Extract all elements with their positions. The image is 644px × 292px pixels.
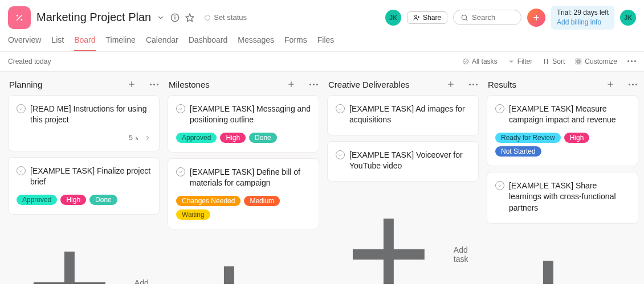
task-card[interactable]: [EXAMPLE TASK] Messaging and positioning… (168, 95, 319, 153)
chevron-down-icon[interactable] (157, 14, 165, 22)
share-button[interactable]: Share (407, 11, 447, 24)
add-card-icon[interactable] (446, 80, 455, 89)
customize-button[interactable]: Customize (575, 57, 617, 65)
tab-messages[interactable]: Messages (238, 35, 274, 51)
status-dot-icon (205, 15, 210, 20)
more-icon[interactable] (629, 84, 637, 85)
avatar[interactable]: JK (620, 10, 636, 26)
more-icon[interactable] (309, 84, 318, 85)
filter-button[interactable]: Filter (508, 57, 533, 65)
task-card[interactable]: [EXAMPLE TASK] Define bill of materials … (168, 158, 319, 229)
task-title: [READ ME] Instructions for using this pr… (30, 104, 151, 126)
sort-button[interactable]: Sort (543, 57, 565, 65)
task-card[interactable]: [EXAMPLE TASK] Ad images for acquisition… (327, 95, 479, 135)
status-label: Set status (214, 13, 247, 22)
complete-toggle[interactable] (17, 104, 26, 113)
add-card-icon[interactable] (127, 80, 136, 89)
tag: Approved (176, 133, 217, 143)
svg-rect-20 (579, 62, 581, 64)
tag: High (220, 133, 246, 143)
svg-point-9 (462, 15, 466, 19)
complete-toggle[interactable] (336, 150, 345, 159)
tab-overview[interactable]: Overview (8, 35, 41, 51)
add-task-button[interactable]: Add task (327, 187, 479, 284)
board-column: Results[EXAMPLE TASK] Measure campaign i… (487, 80, 638, 276)
task-card[interactable]: [EXAMPLE TASK] Voiceover for YouTube vid… (327, 141, 479, 182)
trial-line1: Trial: 29 days left (557, 8, 609, 18)
task-card[interactable]: [READ ME] Instructions for using this pr… (8, 95, 160, 151)
complete-toggle[interactable] (17, 166, 26, 175)
task-title: [EXAMPLE TASK] Define bill of materials … (190, 167, 311, 189)
svg-rect-18 (579, 59, 581, 61)
task-title: [EXAMPLE TASK] Share learnings with cros… (509, 180, 630, 214)
complete-toggle[interactable] (176, 167, 185, 176)
sort-label: Sort (552, 57, 565, 65)
tag: High (564, 133, 590, 143)
tab-dashboard[interactable]: Dashboard (189, 35, 228, 51)
more-icon[interactable] (627, 60, 636, 62)
tag: Ready for Review (495, 133, 561, 143)
project-icon[interactable] (8, 6, 31, 29)
task-card[interactable]: [EXAMPLE TASK] Measure campaign impact a… (487, 95, 638, 166)
project-tabs: OverviewListBoardTimelineCalendarDashboa… (0, 32, 644, 52)
avatar[interactable]: JK (385, 10, 401, 26)
search-input[interactable]: Search (453, 10, 521, 25)
create-button[interactable] (527, 9, 545, 27)
column-title[interactable]: Milestones (169, 80, 283, 89)
share-label: Share (423, 14, 441, 22)
tag: Waiting (176, 209, 210, 220)
tab-timeline[interactable]: Timeline (106, 35, 136, 51)
tag: Not Started (495, 146, 541, 157)
customize-label: Customize (585, 57, 617, 65)
trial-banner: Trial: 29 days left Add billing info (551, 6, 614, 30)
add-task-button[interactable]: Add task (487, 229, 638, 284)
all-tasks-button[interactable]: All tasks (462, 57, 498, 65)
task-title: [EXAMPLE TASK] Finalize project brief (30, 166, 151, 188)
complete-toggle[interactable] (176, 104, 185, 113)
project-title[interactable]: Marketing Project Plan (36, 11, 151, 24)
tag: Done (249, 133, 277, 143)
tab-board[interactable]: Board (74, 35, 95, 51)
set-status-button[interactable]: Set status (200, 11, 251, 23)
tab-files[interactable]: Files (317, 35, 335, 51)
tag: High (60, 195, 86, 205)
column-title[interactable]: Planning (9, 80, 124, 89)
tab-forms[interactable]: Forms (284, 35, 307, 51)
task-title: [EXAMPLE TASK] Voiceover for YouTube vid… (349, 150, 470, 172)
task-title: [EXAMPLE TASK] Ad images for acquisition… (349, 104, 470, 126)
more-icon[interactable] (469, 84, 478, 85)
info-icon[interactable] (170, 13, 180, 22)
column-title[interactable]: Results (488, 80, 602, 89)
column-title[interactable]: Creative Deliverables (328, 80, 443, 89)
search-icon (460, 14, 468, 22)
created-label: Created today (8, 57, 51, 65)
more-icon[interactable] (150, 84, 158, 85)
svg-marker-6 (186, 14, 194, 21)
svg-point-1 (17, 15, 18, 16)
complete-toggle[interactable] (495, 181, 504, 190)
tab-list[interactable]: List (51, 35, 64, 51)
task-title: [EXAMPLE TASK] Measure campaign impact a… (509, 104, 630, 126)
svg-point-13 (463, 59, 468, 64)
search-placeholder: Search (472, 13, 495, 22)
add-task-button[interactable]: Add task (8, 220, 160, 284)
svg-line-10 (466, 19, 468, 20)
add-card-icon[interactable] (287, 80, 296, 89)
task-card[interactable]: [EXAMPLE TASK] Finalize project briefApp… (8, 157, 160, 215)
add-task-button[interactable]: Add task (168, 235, 319, 284)
svg-point-2 (21, 19, 22, 20)
complete-toggle[interactable] (336, 104, 345, 113)
subtask-count: 5 (17, 134, 151, 142)
task-title: [EXAMPLE TASK] Messaging and positioning… (190, 104, 311, 126)
tag: Done (89, 195, 117, 205)
tab-calendar[interactable]: Calendar (146, 35, 178, 51)
add-card-icon[interactable] (606, 80, 615, 89)
tag: Medium (244, 196, 280, 206)
task-card[interactable]: [EXAMPLE TASK] Share learnings with cros… (487, 172, 638, 224)
star-icon[interactable] (185, 13, 194, 22)
board-area: Planning[READ ME] Instructions for using… (0, 72, 644, 284)
add-billing-link[interactable]: Add billing info (557, 18, 609, 27)
svg-rect-17 (576, 59, 578, 61)
complete-toggle[interactable] (495, 104, 504, 113)
svg-point-5 (175, 15, 176, 16)
